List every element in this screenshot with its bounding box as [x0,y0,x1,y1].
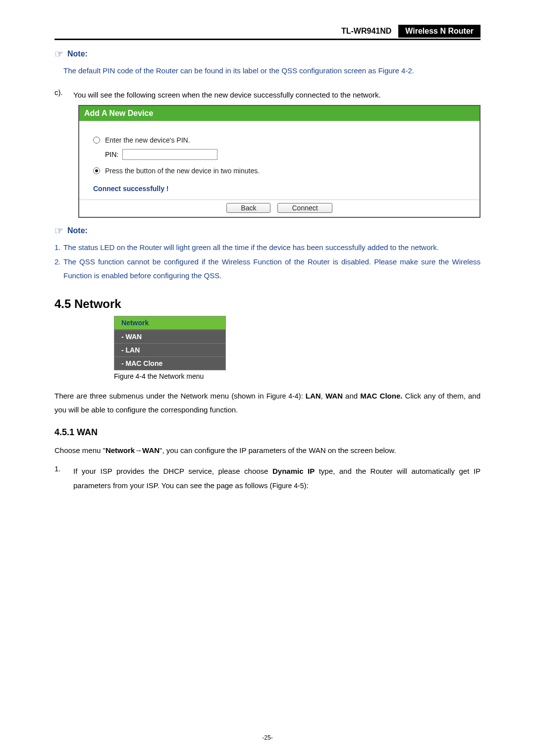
wan-step-1: 1. If your ISP provides the DHCP service… [54,464,481,493]
txt: Choose menu " [54,446,106,454]
pointing-hand-icon: ☞ [54,226,63,236]
list-number: 1. [54,241,63,255]
arrow-icon: → [135,446,142,454]
pin-input[interactable] [122,149,217,160]
option-press-button[interactable]: Press the button of the new device in tw… [93,167,466,175]
note-label: Note: [67,226,88,235]
note-1-period: . [412,66,414,75]
wan-intro: Choose menu "Network→WAN", you can confi… [54,444,481,458]
option-enter-pin[interactable]: Enter the new device's PIN. [93,136,466,144]
bold-wan: WAN [142,446,160,454]
txt: and [343,392,360,400]
note-1-text: The default PIN code of the Router can b… [63,66,378,75]
option-press-button-label: Press the button of the new device in tw… [105,167,260,175]
panel-title: Add A New Device [79,106,480,121]
radio-icon-selected[interactable] [93,167,100,174]
bold-network: Network [106,446,135,454]
list-number: 1. [54,464,73,493]
txt: ): [298,392,305,400]
figure-4-4-caption: Figure 4-4 the Network menu [114,372,481,380]
note-2-item-2: 2. The QSS function cannot be configured… [54,255,481,283]
note-1-body: The default PIN code of the Router can b… [54,64,481,78]
back-button[interactable]: Back [226,203,270,213]
option-enter-pin-label: Enter the new device's PIN. [105,136,190,144]
page-number: -25- [0,734,535,741]
note-2-item-2-text: The QSS function cannot be configured if… [63,255,481,283]
bold-wan: WAN [325,392,343,400]
network-menu-wan[interactable]: - WAN [114,330,225,343]
bold-dynamic-ip: Dynamic IP [272,467,315,475]
network-menu-figure: Network - WAN - LAN - MAC Clone [114,316,226,370]
bold-macclone: MAC Clone. [360,392,402,400]
section-4-5-1-heading: 4.5.1 WAN [54,427,481,438]
connect-success-text: Connect successfully ! [93,185,466,193]
figure-4-2-ref: Figure 4-2 [378,66,412,75]
section-4-5-heading: 4.5 Network [54,297,481,311]
txt: ): [304,481,308,490]
product-name: Wireless N Router [398,25,481,38]
network-intro: There are three submenus under the Netwo… [54,389,481,417]
doc-header: TL-WR941ND Wireless N Router [54,25,481,40]
pin-label: PIN: [105,151,118,158]
list-number: 2. [54,255,63,283]
note-2-item-1-text: The status LED on the Router will light … [63,241,481,255]
panel-buttons: Back Connect [79,200,480,217]
add-device-panel: Add A New Device Enter the new device's … [78,105,481,218]
txt: There are three submenus under the Netwo… [54,392,267,400]
network-menu-macclone[interactable]: - MAC Clone [114,356,225,370]
txt: , [321,392,325,400]
note-2-list: 1. The status LED on the Router will lig… [54,241,481,283]
step-c-body: You will see the following screen when t… [73,88,481,102]
note-label: Note: [67,50,88,58]
bold-lan: LAN [306,392,321,400]
step-c: c). You will see the following screen wh… [54,88,481,102]
network-menu-head[interactable]: Network [114,316,225,330]
radio-icon[interactable] [93,137,100,144]
network-menu-lan[interactable]: - LAN [114,343,225,356]
txt: If your ISP provides the DHCP service, p… [73,467,272,475]
connect-button[interactable]: Connect [277,203,332,213]
pin-row: PIN: [105,149,466,160]
model-code: TL-WR941ND [334,25,398,38]
note-2-heading: ☞ Note: [54,226,481,236]
note-1-heading: ☞ Note: [54,49,481,59]
figure-4-5-ref: Figure 4-5 [272,482,304,490]
note-2-item-1: 1. The status LED on the Router will lig… [54,241,481,255]
pointing-hand-icon: ☞ [54,49,63,59]
txt: ", you can configure the IP parameters o… [160,446,396,454]
figure-4-4-ref: Figure 4-4 [267,392,299,400]
panel-body: Enter the new device's PIN. PIN: Press t… [79,121,480,200]
step-c-marker: c). [54,88,73,102]
wan-step-1-body: If your ISP provides the DHCP service, p… [73,464,481,493]
